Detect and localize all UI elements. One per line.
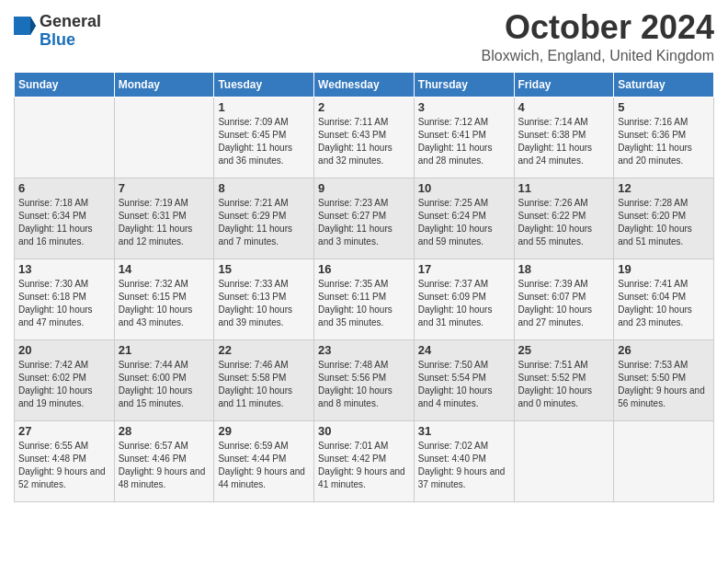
logo: General Blue <box>14 13 101 50</box>
table-row: 24Sunrise: 7:50 AMSunset: 5:54 PMDayligh… <box>414 339 514 420</box>
day-info: Sunrise: 7:23 AMSunset: 6:27 PMDaylight:… <box>318 197 410 248</box>
table-row: 20Sunrise: 7:42 AMSunset: 6:02 PMDayligh… <box>15 339 115 420</box>
day-number: 11 <box>518 181 610 195</box>
day-number: 5 <box>618 100 710 114</box>
day-info: Sunrise: 7:26 AMSunset: 6:22 PMDaylight:… <box>518 197 610 248</box>
table-row: 9Sunrise: 7:23 AMSunset: 6:27 PMDaylight… <box>314 178 415 259</box>
table-row: 5Sunrise: 7:16 AMSunset: 6:36 PMDaylight… <box>614 97 714 178</box>
day-number: 31 <box>418 424 510 438</box>
table-row: 16Sunrise: 7:35 AMSunset: 6:11 PMDayligh… <box>314 259 415 339</box>
header-friday: Friday <box>514 72 614 97</box>
day-info: Sunrise: 7:01 AMSunset: 4:42 PMDaylight:… <box>318 440 410 491</box>
logo-text: General Blue <box>40 13 101 50</box>
day-number: 30 <box>318 424 410 438</box>
day-info: Sunrise: 7:11 AMSunset: 6:43 PMDaylight:… <box>318 116 410 167</box>
day-number: 25 <box>518 343 610 357</box>
day-info: Sunrise: 7:37 AMSunset: 6:09 PMDaylight:… <box>418 278 510 329</box>
table-row: 17Sunrise: 7:37 AMSunset: 6:09 PMDayligh… <box>414 259 514 339</box>
table-row <box>15 97 115 178</box>
title-section: October 2024 Bloxwich, England, United K… <box>482 9 714 64</box>
day-info: Sunrise: 7:42 AMSunset: 6:02 PMDaylight:… <box>18 359 110 410</box>
calendar-week-row: 13Sunrise: 7:30 AMSunset: 6:18 PMDayligh… <box>15 259 714 339</box>
day-number: 12 <box>618 181 710 195</box>
day-info: Sunrise: 7:02 AMSunset: 4:40 PMDaylight:… <box>418 440 510 491</box>
day-number: 14 <box>119 262 210 276</box>
table-row <box>614 420 714 501</box>
month-title: October 2024 <box>482 9 714 46</box>
day-number: 24 <box>418 343 510 357</box>
day-info: Sunrise: 7:33 AMSunset: 6:13 PMDaylight:… <box>218 278 310 329</box>
table-row: 12Sunrise: 7:28 AMSunset: 6:20 PMDayligh… <box>614 178 714 259</box>
page-container: General Blue October 2024 Bloxwich, Engl… <box>0 0 728 516</box>
day-number: 23 <box>318 343 410 357</box>
day-number: 16 <box>318 262 410 276</box>
calendar-table: Sunday Monday Tuesday Wednesday Thursday… <box>14 72 714 502</box>
day-info: Sunrise: 7:51 AMSunset: 5:52 PMDaylight:… <box>518 359 610 410</box>
day-number: 1 <box>218 100 310 114</box>
day-number: 28 <box>119 424 210 438</box>
logo-general-text: General <box>40 13 101 31</box>
table-row: 6Sunrise: 7:18 AMSunset: 6:34 PMDaylight… <box>15 178 115 259</box>
header-tuesday: Tuesday <box>214 72 314 97</box>
header-monday: Monday <box>114 72 214 97</box>
day-number: 10 <box>418 181 510 195</box>
table-row: 22Sunrise: 7:46 AMSunset: 5:58 PMDayligh… <box>214 339 314 420</box>
table-row: 7Sunrise: 7:19 AMSunset: 6:31 PMDaylight… <box>114 178 214 259</box>
table-row: 27Sunrise: 6:55 AMSunset: 4:48 PMDayligh… <box>15 420 115 501</box>
svg-marker-1 <box>30 17 36 35</box>
table-row: 10Sunrise: 7:25 AMSunset: 6:24 PMDayligh… <box>414 178 514 259</box>
day-info: Sunrise: 7:18 AMSunset: 6:34 PMDaylight:… <box>18 197 110 248</box>
day-info: Sunrise: 7:14 AMSunset: 6:38 PMDaylight:… <box>518 116 610 167</box>
day-number: 20 <box>18 343 110 357</box>
day-info: Sunrise: 7:21 AMSunset: 6:29 PMDaylight:… <box>218 197 310 248</box>
calendar-week-row: 1Sunrise: 7:09 AMSunset: 6:45 PMDaylight… <box>15 97 714 178</box>
day-number: 3 <box>418 100 510 114</box>
day-header-row: Sunday Monday Tuesday Wednesday Thursday… <box>15 72 714 97</box>
day-info: Sunrise: 7:32 AMSunset: 6:15 PMDaylight:… <box>119 278 210 329</box>
day-info: Sunrise: 7:30 AMSunset: 6:18 PMDaylight:… <box>18 278 110 329</box>
day-number: 6 <box>18 181 110 195</box>
table-row: 30Sunrise: 7:01 AMSunset: 4:42 PMDayligh… <box>314 420 415 501</box>
day-number: 21 <box>119 343 210 357</box>
day-number: 26 <box>618 343 710 357</box>
table-row: 23Sunrise: 7:48 AMSunset: 5:56 PMDayligh… <box>314 339 415 420</box>
day-info: Sunrise: 7:53 AMSunset: 5:50 PMDaylight:… <box>618 359 710 410</box>
day-info: Sunrise: 7:12 AMSunset: 6:41 PMDaylight:… <box>418 116 510 167</box>
day-number: 9 <box>318 181 410 195</box>
day-info: Sunrise: 7:16 AMSunset: 6:36 PMDaylight:… <box>618 116 710 167</box>
day-number: 17 <box>418 262 510 276</box>
table-row: 1Sunrise: 7:09 AMSunset: 6:45 PMDaylight… <box>214 97 314 178</box>
table-row: 4Sunrise: 7:14 AMSunset: 6:38 PMDaylight… <box>514 97 614 178</box>
day-info: Sunrise: 6:59 AMSunset: 4:44 PMDaylight:… <box>218 440 310 491</box>
calendar-week-row: 20Sunrise: 7:42 AMSunset: 6:02 PMDayligh… <box>15 339 714 420</box>
day-info: Sunrise: 6:57 AMSunset: 4:46 PMDaylight:… <box>119 440 210 491</box>
table-row: 11Sunrise: 7:26 AMSunset: 6:22 PMDayligh… <box>514 178 614 259</box>
header-thursday: Thursday <box>414 72 514 97</box>
day-number: 19 <box>618 262 710 276</box>
day-number: 15 <box>218 262 310 276</box>
logo-icon <box>14 17 36 46</box>
day-info: Sunrise: 7:35 AMSunset: 6:11 PMDaylight:… <box>318 278 410 329</box>
day-number: 7 <box>119 181 210 195</box>
day-number: 27 <box>18 424 110 438</box>
day-number: 13 <box>18 262 110 276</box>
day-info: Sunrise: 7:39 AMSunset: 6:07 PMDaylight:… <box>518 278 610 329</box>
day-info: Sunrise: 7:09 AMSunset: 6:45 PMDaylight:… <box>218 116 310 167</box>
day-info: Sunrise: 7:50 AMSunset: 5:54 PMDaylight:… <box>418 359 510 410</box>
day-info: Sunrise: 7:25 AMSunset: 6:24 PMDaylight:… <box>418 197 510 248</box>
table-row: 13Sunrise: 7:30 AMSunset: 6:18 PMDayligh… <box>15 259 115 339</box>
day-info: Sunrise: 7:28 AMSunset: 6:20 PMDaylight:… <box>618 197 710 248</box>
header-wednesday: Wednesday <box>314 72 415 97</box>
header-saturday: Saturday <box>614 72 714 97</box>
table-row <box>514 420 614 501</box>
table-row <box>114 97 214 178</box>
day-info: Sunrise: 7:19 AMSunset: 6:31 PMDaylight:… <box>119 197 210 248</box>
table-row: 14Sunrise: 7:32 AMSunset: 6:15 PMDayligh… <box>114 259 214 339</box>
table-row: 29Sunrise: 6:59 AMSunset: 4:44 PMDayligh… <box>214 420 314 501</box>
day-info: Sunrise: 7:46 AMSunset: 5:58 PMDaylight:… <box>218 359 310 410</box>
day-info: Sunrise: 7:41 AMSunset: 6:04 PMDaylight:… <box>618 278 710 329</box>
page-header: General Blue October 2024 Bloxwich, Engl… <box>14 9 714 64</box>
table-row: 19Sunrise: 7:41 AMSunset: 6:04 PMDayligh… <box>614 259 714 339</box>
day-info: Sunrise: 7:48 AMSunset: 5:56 PMDaylight:… <box>318 359 410 410</box>
day-number: 29 <box>218 424 310 438</box>
